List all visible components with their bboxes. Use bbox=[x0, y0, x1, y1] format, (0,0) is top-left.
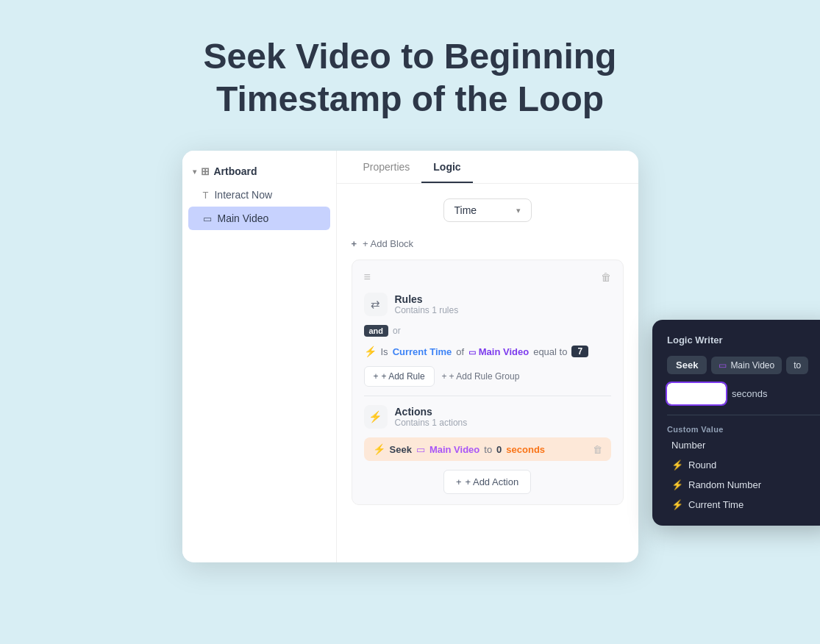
delete-action-icon[interactable]: 🗑 bbox=[593, 444, 602, 455]
tab-properties[interactable]: Properties bbox=[352, 151, 422, 183]
action-bolt-icon: ⚡ bbox=[373, 443, 385, 455]
lw-random-number-label: Random Number bbox=[688, 479, 761, 490]
add-action-button[interactable]: + + Add Action bbox=[443, 470, 531, 494]
page-title: Seek Video to Beginning Timestamp of the… bbox=[0, 0, 820, 143]
and-badge[interactable]: and bbox=[364, 325, 389, 337]
add-rule-button[interactable]: + + Add Rule bbox=[364, 366, 435, 387]
action-to-label: to bbox=[484, 444, 492, 455]
rule-actions-row: + + Add Rule + + Add Rule Group bbox=[364, 366, 611, 387]
rule-video-ref: ▭ Main Video bbox=[468, 346, 529, 357]
time-dropdown-row: Time ▾ bbox=[352, 196, 624, 228]
lw-seconds-label: seconds bbox=[732, 388, 767, 399]
sidebar-item-interact-now[interactable]: T Interact Now bbox=[182, 183, 336, 207]
rule-main-video: Main Video bbox=[479, 346, 529, 357]
lw-to-label: to bbox=[786, 357, 808, 374]
lw-option-current-time[interactable]: ⚡ Current Time bbox=[667, 495, 820, 514]
time-dropdown-value: Time bbox=[454, 204, 477, 216]
lw-seek-button[interactable]: Seek bbox=[667, 356, 707, 374]
rule-value: 7 bbox=[571, 346, 588, 357]
logic-writer-title: Logic Writer bbox=[667, 334, 820, 346]
sidebar: ▾ ⊞ Artboard T Interact Now ▭ Main Video bbox=[182, 151, 337, 562]
lw-video-button[interactable]: ▭ Main Video bbox=[711, 357, 782, 374]
action-row: ⚡ Seek ▭ Main Video to 0 seconds 🗑 bbox=[364, 437, 611, 461]
rule-current-time: Current Time bbox=[393, 346, 452, 357]
tabs-bar: Properties Logic bbox=[337, 151, 638, 184]
rules-subtitle: Contains 1 rules bbox=[395, 305, 459, 315]
add-block-label: + Add Block bbox=[363, 238, 413, 249]
add-action-row: + + Add Action bbox=[364, 470, 611, 494]
rule-of-label: of bbox=[456, 346, 464, 357]
title-line2: Timestamp of the Loop bbox=[216, 79, 604, 118]
sidebar-item-label: Interact Now bbox=[214, 189, 272, 201]
actions-icon: ⚡ bbox=[368, 410, 382, 423]
logic-writer-panel: Logic Writer Seek ▭ Main Video to second… bbox=[652, 320, 820, 526]
lw-value-input[interactable] bbox=[667, 383, 726, 404]
lw-bolt-icon: ⚡ bbox=[671, 499, 683, 510]
rule-is-label: Is bbox=[381, 346, 388, 357]
text-icon: T bbox=[203, 190, 209, 201]
add-rule-group-button[interactable]: + + Add Rule Group bbox=[442, 371, 520, 382]
add-action-label: + Add Action bbox=[465, 476, 518, 487]
lw-bolt-icon: ⚡ bbox=[671, 479, 683, 490]
expand-icon: ▾ bbox=[193, 168, 196, 176]
block-section: ≡ 🗑 ⇄ Rules Contains 1 rules bbox=[352, 260, 624, 505]
lw-custom-value-label: Custom Value bbox=[667, 423, 820, 434]
lw-input-row: seconds bbox=[667, 383, 820, 404]
lw-number-label: Number bbox=[671, 440, 705, 451]
lw-divider bbox=[667, 415, 820, 415]
video-icon: ▭ bbox=[203, 213, 212, 224]
actions-title: Actions bbox=[395, 406, 468, 418]
main-container: ▾ ⊞ Artboard T Interact Now ▭ Main Video… bbox=[0, 151, 820, 562]
rule-equal-to: equal to bbox=[533, 346, 567, 357]
chevron-down-icon: ▾ bbox=[516, 206, 521, 215]
plus-icon: + bbox=[442, 371, 447, 382]
lw-current-time-label: Current Time bbox=[688, 499, 744, 510]
lw-option-number[interactable]: Number bbox=[667, 436, 820, 454]
lw-option-round[interactable]: ⚡ Round bbox=[667, 456, 820, 474]
plus-icon: + bbox=[374, 371, 379, 382]
sidebar-item-main-video[interactable]: ▭ Main Video bbox=[188, 207, 330, 230]
time-dropdown[interactable]: Time ▾ bbox=[443, 198, 532, 222]
actions-subtitle: Contains 1 actions bbox=[395, 418, 468, 428]
rules-header: ⇄ Rules Contains 1 rules bbox=[364, 293, 611, 316]
artboard-label: Artboard bbox=[214, 165, 257, 177]
lw-bolt-icon: ⚡ bbox=[671, 459, 683, 471]
title-line1: Seek Video to Beginning bbox=[204, 37, 617, 76]
rule-bolt-icon: ⚡ bbox=[364, 346, 377, 357]
drag-icon: ≡ bbox=[364, 271, 371, 284]
add-block-button[interactable]: + + Add Block bbox=[352, 237, 624, 251]
and-or-row: and or bbox=[364, 325, 611, 337]
rules-info: Rules Contains 1 rules bbox=[395, 293, 459, 315]
action-seek-label: Seek bbox=[390, 444, 412, 455]
section-divider bbox=[364, 396, 611, 396]
rules-title: Rules bbox=[395, 293, 459, 305]
lw-video-icon: ▭ bbox=[719, 360, 727, 371]
plus-icon: + bbox=[456, 476, 462, 487]
add-rule-group-label: + Add Rule Group bbox=[449, 371, 520, 382]
action-value: 0 bbox=[496, 444, 502, 455]
lw-option-random-number[interactable]: ⚡ Random Number bbox=[667, 476, 820, 494]
or-label[interactable]: or bbox=[393, 326, 401, 336]
action-video-name: Main Video bbox=[429, 444, 479, 455]
rules-icon: ⇄ bbox=[371, 298, 380, 311]
actions-icon-box: ⚡ bbox=[364, 405, 388, 429]
sidebar-item-label: Main Video bbox=[218, 212, 269, 224]
plus-icon: + bbox=[352, 238, 357, 249]
delete-block-icon[interactable]: 🗑 bbox=[601, 271, 611, 283]
action-video-icon: ▭ bbox=[416, 444, 425, 455]
rule-row: ⚡ Is Current Time of ▭ Main Video equal … bbox=[364, 346, 611, 357]
add-rule-label: + Add Rule bbox=[382, 371, 425, 382]
lw-round-label: Round bbox=[688, 459, 716, 471]
lw-options: Custom Value Number ⚡ Round ⚡ Random Num… bbox=[667, 423, 820, 514]
lw-seek-label: Seek bbox=[676, 359, 698, 371]
lw-seek-row: Seek ▭ Main Video to bbox=[667, 356, 820, 374]
rule-video-icon: ▭ bbox=[468, 348, 476, 357]
app-panel: ▾ ⊞ Artboard T Interact Now ▭ Main Video… bbox=[182, 151, 638, 562]
main-content: Properties Logic Time ▾ + + Add Blo bbox=[337, 151, 638, 562]
block-section-header: ≡ 🗑 bbox=[364, 271, 611, 284]
actions-info: Actions Contains 1 actions bbox=[395, 406, 468, 428]
lw-video-name: Main Video bbox=[730, 360, 774, 371]
tab-logic[interactable]: Logic bbox=[421, 151, 472, 183]
actions-header: ⚡ Actions Contains 1 actions bbox=[364, 405, 611, 429]
artboard-header: ▾ ⊞ Artboard bbox=[182, 160, 336, 183]
